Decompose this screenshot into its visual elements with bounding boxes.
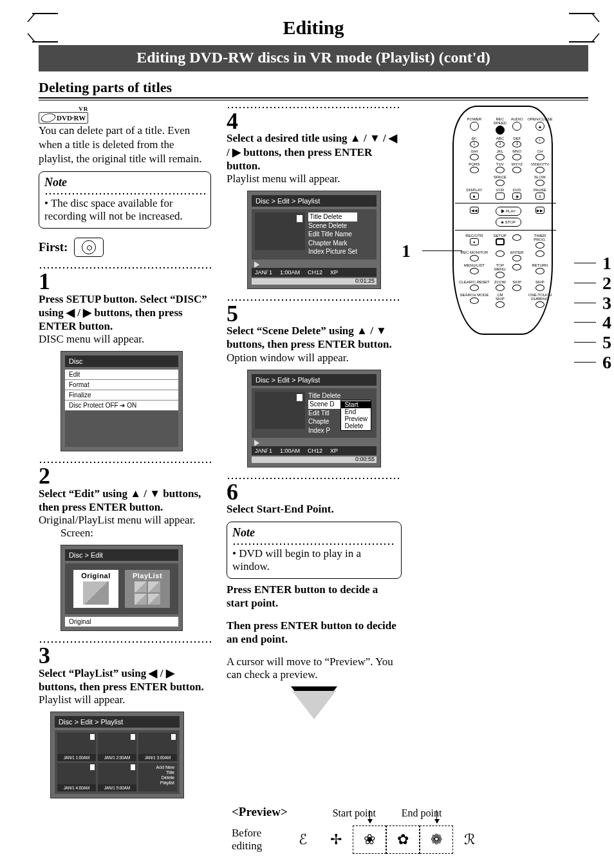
- osd-disc-menu: Disc Edit Format Finalize Disc Protect O…: [60, 351, 183, 451]
- before-label: Before editing: [232, 823, 286, 856]
- preview-title: <Preview>: [232, 805, 288, 819]
- frame-icon: ❁: [420, 826, 453, 854]
- step-6-p2: Then press ENTER button to decide an end…: [227, 619, 402, 646]
- step-separator: [39, 460, 211, 464]
- frame-icon: ✿: [386, 826, 420, 854]
- step-number: 1: [39, 271, 211, 292]
- remote-diagram: POWER REC SPEED AUDIO OPEN/CLOSE▲ @!.1 A…: [452, 106, 553, 335]
- subtitle-banner: Editing DVD-RW discs in VR mode (Playlis…: [39, 45, 588, 71]
- step-separator: [227, 298, 402, 302]
- play-icon: [254, 261, 259, 268]
- step-number: 3: [39, 645, 211, 666]
- step-number: 2: [39, 466, 211, 486]
- note-text: • The disc space available for recording…: [44, 197, 205, 223]
- step-separator: [39, 266, 211, 270]
- step-2-result: Original/PlayList menu will appear.: [39, 514, 211, 527]
- screen-label: Screen:: [60, 527, 211, 540]
- step-3-result: Playlist will appear.: [39, 693, 211, 706]
- step-4-instr: Select a desired title using ▲ / ▼ / ◀ /…: [227, 131, 402, 173]
- dot-divider: [44, 191, 205, 194]
- step-separator: [227, 106, 402, 109]
- first-label: First:: [39, 240, 68, 254]
- remote-callout-left: 1: [402, 241, 411, 261]
- step-1-instr: Press SETUP button. Select “DISC” using …: [39, 292, 211, 334]
- page-header: Editing: [39, 13, 588, 42]
- step-6-instr: Select Start-End Point.: [227, 502, 402, 516]
- frame-icon: ✢: [319, 826, 353, 854]
- step-separator: [227, 476, 402, 480]
- scene-submenu: Start End Preview Delete: [340, 400, 371, 431]
- dvd-rw-logo: VR DVD·RW: [39, 106, 88, 124]
- step-6-p1: Press ENTER button to decide a start poi…: [227, 583, 402, 610]
- note-box-2: Note • DVD will begin to play in a windo…: [227, 522, 402, 579]
- section-heading: Deleting parts of titles: [39, 79, 588, 99]
- page-title: Editing: [39, 13, 588, 42]
- intro-text: You can delete part of a title. Even whe…: [39, 124, 211, 166]
- step-number: 4: [227, 111, 402, 131]
- step-5-result: Option window will appear.: [227, 352, 402, 364]
- brace-right: [569, 13, 595, 42]
- dvd-disc-icon: [74, 238, 104, 257]
- remote-callouts-right: 1 2 3 4 5 6: [602, 254, 611, 373]
- progress-bar: [252, 278, 377, 285]
- step-separator: [39, 640, 211, 644]
- osd-scene-menu: Disc > Edit > Playlist Title Delete Scen…: [247, 370, 381, 468]
- frame-icon: ℰ: [286, 826, 319, 854]
- step-6-p3: A cursor will move to “Preview”. You can…: [227, 656, 402, 681]
- osd-playlist-menu: Disc > Edit > Playlist Title Delete Scen…: [247, 191, 381, 289]
- step-number: 6: [227, 482, 402, 502]
- divider: [39, 100, 588, 100]
- step-4-result: Playlist menu will appear.: [227, 173, 402, 185]
- arrow-down-icon: [292, 691, 336, 719]
- brace-left: [32, 13, 58, 42]
- progress-bar: [252, 457, 377, 463]
- callout-line: [422, 250, 462, 251]
- preview-diagram: <Preview> Start point End point Before e…: [232, 805, 588, 868]
- frame-icon: ❀: [353, 826, 386, 854]
- note-box-1: Note • The disc space available for reco…: [39, 171, 211, 229]
- osd-edit-menu: Disc > Edit Original PlayList Original: [60, 545, 183, 631]
- osd-playlist-grid: Disc > Edit > Playlist JAN/1 1:00AM JAN/…: [50, 712, 184, 798]
- step-1-result: DISC menu will appear.: [39, 333, 211, 346]
- step-2-instr: Select “Edit” using ▲ / ▼ buttons, then …: [39, 487, 211, 514]
- step-3-instr: Select “PlayList” using ◀ / ▶ buttons, t…: [39, 666, 211, 694]
- step-5-instr: Select “Scene Delete” using ▲ / ▼ button…: [227, 324, 402, 352]
- frame-icon: ℛ: [453, 826, 487, 854]
- step-number: 5: [227, 303, 402, 324]
- note-label: Note: [44, 176, 205, 189]
- play-icon: [254, 440, 259, 446]
